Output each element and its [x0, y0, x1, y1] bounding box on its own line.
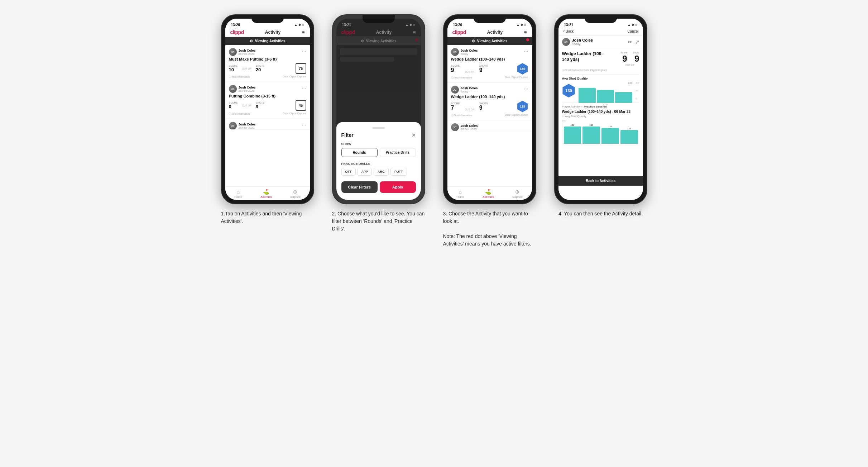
activities-label-1: Activities — [260, 195, 272, 199]
user-date-1-3: 28 Feb 2023 — [239, 126, 256, 129]
card-footer-1-1: ⓘ Test Information Data: Clippd Capture — [229, 75, 306, 79]
edit-icon-4[interactable]: ✏ — [628, 39, 632, 45]
phone-col-3: 13:20 ▲ ⊛ ▪▪ clippd Activity ≡ ⚙ Viewi — [440, 14, 540, 248]
practice-drills-button[interactable]: Practice Drills — [380, 148, 416, 157]
hamburger-3[interactable]: ≡ — [524, 29, 527, 35]
arg-button[interactable]: ARG — [374, 168, 389, 176]
chart-max-label: 130 — [579, 82, 632, 84]
activity-card-1-3[interactable]: JC Josh Coles 28 Feb 2023 ··· — [225, 119, 310, 130]
three-dots-3-1[interactable]: ··· — [524, 48, 528, 54]
shot-quality-1-1: 75 — [296, 63, 306, 74]
cancel-button-4[interactable]: Cancel — [627, 29, 638, 33]
tab-activities-3[interactable]: ⛳ Activities — [483, 189, 494, 199]
bottom-tabs-1: ⌂ Home ⛳ Activities ⊕ Capture — [225, 186, 310, 200]
back-button-4[interactable]: < Back — [563, 29, 574, 33]
shots-block-3-2: Shots 9 — [479, 102, 488, 111]
score-val-4: 9 — [620, 54, 627, 64]
status-icons-3: ▲ ⊛ ▪▪ — [517, 23, 526, 27]
user-name-3-2: Josh Coles — [461, 86, 478, 90]
three-dots-3-2[interactable]: ··· — [524, 86, 528, 91]
user-info-1-2: Josh Coles 28 Feb 2023 — [239, 86, 256, 92]
avatar-1-1: JC — [229, 48, 237, 56]
user-date-1-2: 28 Feb 2023 — [239, 89, 256, 92]
modal-close-icon[interactable]: ✕ — [412, 132, 416, 138]
home-label-1: Home — [234, 195, 242, 199]
tab-capture-3[interactable]: ⊕ Capture — [512, 189, 522, 199]
tab-home-3[interactable]: ⌂ Home — [456, 189, 464, 199]
out-of-4: OUT OF — [620, 64, 639, 66]
bar-chart-section-4: 140 132 132 129 — [562, 120, 639, 144]
score-block-1-1: Score 10 — [229, 65, 238, 72]
caption-2: 2. Choose what you'd like to see. You ca… — [332, 210, 425, 233]
filter-modal-overlay: Filter ✕ Show Rounds Practice Drills Pra… — [336, 19, 421, 200]
shots-block-1-1: Shots 20 — [256, 65, 264, 72]
activity-card-3-2[interactable]: JC Josh Coles Today ··· Wedge Ladder (10… — [447, 83, 532, 120]
card-header-3-2: JC Josh Coles Today ··· — [451, 86, 528, 94]
three-dots-1-2[interactable]: ··· — [302, 85, 306, 91]
drills-label: Practice Drills — [341, 162, 416, 166]
tab-home-1[interactable]: ⌂ Home — [234, 189, 242, 199]
shots-val-3-1: 9 — [479, 67, 483, 73]
viewing-banner-3[interactable]: ⚙ Viewing Activities — [447, 37, 532, 45]
shot-quality-1-2: 45 — [296, 100, 306, 111]
notch-4 — [585, 15, 617, 23]
nav-title-3: Activity — [487, 30, 503, 35]
activities-icon-3: ⛳ — [485, 189, 491, 195]
app-button[interactable]: APP — [358, 168, 372, 176]
activity-card-3-3[interactable]: JC Josh Coles 28 Feb 2023 — [447, 120, 532, 131]
avatar-3-3: JC — [451, 123, 459, 131]
rounds-button[interactable]: Rounds — [341, 148, 378, 157]
card-footer-3-1: ⓘ Test Information Data: Clippd Capture — [451, 76, 528, 80]
avg-shot-label-4: Avg Shot Quality — [562, 77, 639, 80]
notch-1 — [251, 15, 284, 23]
toggle-buttons: Rounds Practice Drills — [341, 148, 416, 157]
user-info-3-1: Josh Coles Today — [461, 49, 478, 56]
user-date-3-3: 28 Feb 2023 — [461, 128, 478, 131]
modal-title: Filter — [341, 132, 354, 138]
activity-card-1-2[interactable]: JC Josh Coles 28 Feb 2023 ··· Putting Co… — [225, 82, 310, 119]
avatar-1-2: JC — [229, 85, 237, 93]
user-info-1-1: Josh Coles 28 Feb 2023 — [239, 49, 256, 56]
bottom-tabs-3: ⌂ Home ⛳ Activities ⊕ Capture — [447, 186, 532, 200]
phones-row: 13:20 ▲ ⊛ ▪▪ clippd Activity ≡ ⚙ Viewi — [217, 14, 651, 248]
expand-icon-4[interactable]: ⤢ — [635, 39, 639, 45]
clear-filters-button[interactable]: Clear Filters — [341, 181, 378, 193]
ott-button[interactable]: OTT — [341, 168, 356, 176]
tab-capture-1[interactable]: ⊕ Capture — [290, 189, 300, 199]
viewing-banner-1[interactable]: ⚙ Viewing Activities — [225, 37, 310, 45]
user-name-1-2: Josh Coles — [239, 86, 256, 89]
detail-content-4: Wedge Ladder (100–140 yds) Score 9 Shots… — [558, 48, 643, 186]
back-to-activities-button[interactable]: Back to Activities — [558, 176, 643, 186]
status-icons-4: ▲ ⊛ ▪▪ — [628, 23, 637, 27]
scroll-area-1: JC Josh Coles 28 Feb 2023 ··· Must Make … — [225, 45, 310, 186]
notch-3 — [474, 15, 506, 23]
shots-val-1-2: 9 — [256, 104, 258, 109]
detail-title-row-4: Wedge Ladder (100–140 yds) Score 9 Shots… — [562, 51, 639, 66]
avatar-4: JC — [562, 38, 570, 46]
capture-label-1: Capture — [290, 195, 300, 199]
three-dots-1-1[interactable]: ··· — [302, 48, 306, 54]
phone-1-inner: 13:20 ▲ ⊛ ▪▪ clippd Activity ≡ ⚙ Viewi — [225, 19, 310, 200]
activity-card-1-1[interactable]: JC Josh Coles 28 Feb 2023 ··· Must Make … — [225, 45, 310, 82]
modal-actions: Clear Filters Apply — [341, 181, 416, 193]
shots-label-4: Shots — [633, 51, 639, 54]
phone-col-4: 13:21 ▲ ⊛ ▪▪ < Back Cancel JC — [551, 14, 651, 218]
user-date-3-1: Today — [461, 52, 478, 56]
card-stats-3-1: Score 9 OUT OF Shots 9 — [451, 63, 528, 75]
card-title-3-2: Wedge Ladder (100–140 yds) — [451, 95, 528, 99]
tab-activities-1[interactable]: ⛳ Activities — [260, 189, 272, 199]
status-icons-1: ▲ ⊛ ▪▪ — [294, 23, 304, 27]
detail-nav-4: < Back Cancel — [558, 28, 643, 36]
caption-4: 4. You can then see the Activity detail. — [558, 210, 643, 218]
detail-user-name-4: Josh Coles — [572, 38, 593, 42]
apply-button[interactable]: Apply — [380, 181, 416, 193]
activity-card-3-1[interactable]: JC Josh Coles Today ··· Wedge Ladder (10… — [447, 45, 532, 83]
caption-1: 1.Tap on Activities and then 'Viewing Ac… — [221, 210, 314, 225]
three-dots-1-3[interactable]: ··· — [302, 122, 306, 128]
bar-col-4-4: 124 — [620, 128, 638, 144]
mini-chart-bars-4 — [579, 85, 632, 103]
user-name-1-3: Josh Coles — [239, 123, 256, 126]
hamburger-1[interactable]: ≡ — [302, 29, 304, 35]
putt-button[interactable]: PUTT — [390, 168, 407, 176]
modal-header: Filter ✕ — [341, 132, 416, 138]
